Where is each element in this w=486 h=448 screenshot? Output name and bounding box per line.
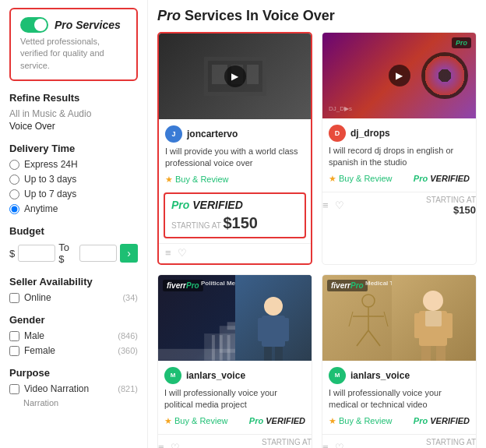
budget-to-input[interactable] xyxy=(79,245,117,262)
gig-description-4: I will professionally voice your medical… xyxy=(329,387,470,411)
delivery-7days[interactable]: Up to 7 days xyxy=(9,189,138,199)
pro-services-description: Vetted professionals, verified for quali… xyxy=(20,36,127,72)
svg-line-25 xyxy=(368,330,380,346)
gig-actions-3: ★ Buy & Review Pro VERIFIED xyxy=(164,416,305,426)
delivery-anytime[interactable]: Anytime xyxy=(9,203,138,214)
buy-review-button-2[interactable]: ★ Buy & Review xyxy=(329,174,392,184)
gig-description-3: I will professionally voice your politic… xyxy=(164,387,305,411)
person-graphic-4 xyxy=(392,275,476,361)
buy-review-button-3[interactable]: ★ Buy & Review xyxy=(164,416,227,426)
svg-rect-9 xyxy=(212,335,215,361)
delivery-3days[interactable]: Up to 3 days xyxy=(9,174,138,185)
svg-rect-10 xyxy=(220,335,223,361)
heart-icon-4[interactable]: ♡ xyxy=(335,442,344,448)
gender-section: Gender Male (846) Female (360) xyxy=(9,314,138,356)
gig-seller-2: D dj_drops xyxy=(329,125,470,142)
gig-card-1: ▶ J joncartervo I will provide you with … xyxy=(157,32,312,265)
svg-rect-4 xyxy=(247,65,259,84)
gig-description-1: I will provide you with a world class pr… xyxy=(165,146,305,170)
gender-title: Gender xyxy=(9,314,138,326)
seller-name-2: dj_drops xyxy=(350,128,390,139)
buy-review-button-1[interactable]: ★ Buy & Review xyxy=(165,175,228,185)
main-content: Pro Services In Voice Over ▶ xyxy=(148,0,486,448)
gig-body-1: J joncartervo I will provide you with a … xyxy=(159,119,311,192)
heart-icon-1[interactable]: ♡ xyxy=(178,247,187,259)
gig-body-2: D dj_drops I will record dj drops in eng… xyxy=(322,118,476,192)
gender-female[interactable]: Female (360) xyxy=(9,345,138,356)
budget-title: Budget xyxy=(9,225,138,237)
gig-icons-3: ≡ ♡ xyxy=(158,442,180,448)
gig-body-3: M ianlars_voice I will professionally vo… xyxy=(158,361,312,434)
starting-at-label-4: STARTING AT xyxy=(426,438,476,446)
purpose-video-narration[interactable]: Video Narration (821) xyxy=(9,383,138,394)
gig-icons-1: ≡ ♡ xyxy=(165,247,187,259)
svg-rect-11 xyxy=(227,335,231,361)
seller-name-4: ianlars_voice xyxy=(350,370,410,381)
delivery-express[interactable]: Express 24H xyxy=(9,159,138,170)
refine-subcategory[interactable]: Voice Over xyxy=(9,121,138,132)
heart-icon-2[interactable]: ♡ xyxy=(335,199,344,211)
pro-verified-badge-2: Pro VERIFIED xyxy=(414,174,470,183)
price-area-4: STARTING AT $200 xyxy=(426,438,476,448)
page-title-rest: Services In Voice Over xyxy=(181,8,335,23)
pro-services-toggle[interactable] xyxy=(20,17,48,33)
seller-availability-section: Seller Availability Online (34) xyxy=(9,276,138,303)
seller-name-3: ianlars_voice xyxy=(186,370,245,381)
pro-services-box[interactable]: Pro Services Vetted professionals, verif… xyxy=(9,8,138,81)
pro-verified-highlight-area: Pro VERIFIED STARTING AT $150 xyxy=(164,192,306,238)
seller-availability-title: Seller Availability xyxy=(9,276,138,287)
gig-footer-2: ≡ ♡ STARTING AT $150 xyxy=(322,192,476,216)
list-icon-1[interactable]: ≡ xyxy=(165,247,171,259)
list-icon-2[interactable]: ≡ xyxy=(322,199,329,211)
page-title: Pro Services In Voice Over xyxy=(157,8,477,24)
gig-footer-3: ≡ ♡ STARTING AT $150 xyxy=(158,434,312,448)
starting-at-label-2: STARTING AT xyxy=(426,196,476,204)
budget-from-label: $ xyxy=(9,248,15,259)
svg-line-27 xyxy=(384,312,388,326)
price-large-1: $150 xyxy=(224,214,259,231)
gig-seller-3: M ianlars_voice xyxy=(164,367,305,384)
starting-at-label-1: STARTING AT xyxy=(171,221,224,230)
gig-seller-4: M ianlars_voice xyxy=(329,367,470,384)
svg-line-24 xyxy=(357,330,368,346)
gig-icons-4: ≡ ♡ xyxy=(322,442,344,448)
gig-card-4: fiverrPro Medical Technical Narration xyxy=(322,274,477,448)
gig-card-3: fiverrPro Political Media Voice Over xyxy=(157,274,312,448)
gig-thumb-4: fiverrPro Medical Technical Narration xyxy=(322,275,476,361)
availability-online[interactable]: Online (34) xyxy=(9,292,138,303)
gigs-grid: ▶ J joncartervo I will provide you with … xyxy=(157,32,477,448)
gig-footer-4: ≡ ♡ STARTING AT $200 xyxy=(322,434,476,448)
pro-verified-badge-3: Pro VERIFIED xyxy=(249,416,305,425)
pro-verified-badge-4: Pro VERIFIED xyxy=(414,416,470,425)
budget-go-button[interactable]: › xyxy=(120,244,138,263)
person-graphic-3 xyxy=(235,275,312,361)
list-icon-4[interactable]: ≡ xyxy=(322,442,329,448)
fiverr-pro-watermark-3: fiverrPro xyxy=(163,280,203,291)
list-icon-3[interactable]: ≡ xyxy=(158,442,164,448)
play-button-1[interactable]: ▶ xyxy=(224,65,246,87)
corner-badge-2: Pro xyxy=(452,37,471,48)
purpose-section: Purpose Video Narration (821) Narration xyxy=(9,367,138,407)
dj-drops-watermark: DJ_D▶s xyxy=(329,105,352,112)
svg-rect-30 xyxy=(414,313,424,338)
gig-thumb-2: ▶ Pro DJ_D▶s xyxy=(322,33,476,118)
star-icon-2: ★ xyxy=(329,174,336,184)
budget-from-input[interactable] xyxy=(18,245,55,262)
gig-body-4: M ianlars_voice I will professionally vo… xyxy=(322,361,476,434)
delivery-time-title: Delivery Time xyxy=(9,143,138,154)
svg-line-26 xyxy=(349,312,353,326)
gender-male[interactable]: Male (846) xyxy=(9,330,138,341)
play-button-2[interactable]: ▶ xyxy=(389,65,410,86)
star-icon-1: ★ xyxy=(165,175,173,185)
svg-rect-31 xyxy=(442,313,453,338)
svg-rect-34 xyxy=(425,311,442,326)
starting-at-label-3: STARTING AT xyxy=(262,438,312,446)
star-icon-3: ★ xyxy=(164,416,172,426)
narration-item[interactable]: Narration xyxy=(9,398,138,407)
budget-to-label: To $ xyxy=(58,242,76,265)
buy-review-button-4[interactable]: ★ Buy & Review xyxy=(329,416,392,426)
seller-avatar-1: J xyxy=(165,125,182,143)
heart-icon-3[interactable]: ♡ xyxy=(171,442,180,448)
svg-point-21 xyxy=(362,295,375,307)
gig-actions-2: ★ Buy & Review Pro VERIFIED xyxy=(329,174,470,184)
